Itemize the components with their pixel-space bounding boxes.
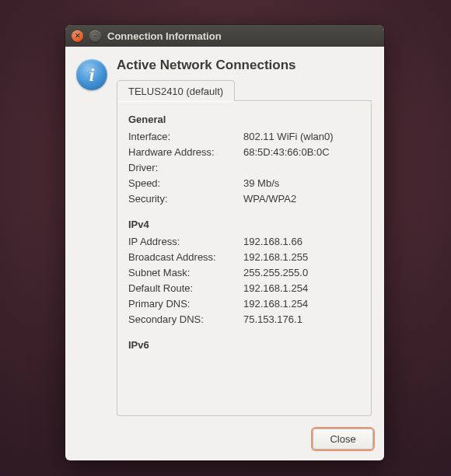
general-table: Interface:802.11 WiFi (wlan0) Hardware A… [128, 128, 360, 206]
kv-value: 192.168.1.66 [243, 233, 360, 249]
table-row: IP Address:192.168.1.66 [128, 233, 360, 249]
table-row: Primary DNS:192.168.1.254 [128, 296, 360, 311]
kv-value: 192.168.1.254 [243, 280, 360, 296]
section-ipv4-title: IPv4 [128, 219, 360, 230]
kv-value: 39 Mb/s [243, 175, 360, 191]
kv-value: 255.255.255.0 [243, 264, 360, 280]
tab-connection[interactable]: TELUS2410 (default) [117, 80, 235, 101]
table-row: Security:WPA/WPA2 [128, 191, 360, 206]
tabbar: TELUS2410 (default) [117, 79, 372, 101]
kv-value: 192.168.1.254 [243, 296, 360, 311]
main-column: Active Network Connections TELUS2410 (de… [117, 58, 372, 416]
connection-info-window: ✕ – Connection Information i Active Netw… [65, 25, 384, 460]
content-area: i Active Network Connections TELUS2410 (… [65, 47, 384, 422]
kv-value: 75.153.176.1 [243, 311, 360, 327]
section-ipv6-title: IPv6 [128, 339, 360, 351]
kv-value: WPA/WPA2 [243, 191, 360, 206]
kv-key: Driver: [128, 159, 243, 175]
titlebar[interactable]: ✕ – Connection Information [65, 25, 384, 47]
kv-key: Secondary DNS: [128, 311, 243, 327]
kv-value: 192.168.1.255 [243, 249, 360, 264]
table-row: Broadcast Address:192.168.1.255 [128, 249, 360, 264]
close-button[interactable]: Close [313, 429, 373, 450]
info-icon: i [76, 59, 107, 90]
table-row: Default Route:192.168.1.254 [128, 280, 360, 296]
table-row: Speed:39 Mb/s [128, 175, 360, 191]
kv-key: Hardware Address: [128, 144, 243, 159]
tab-pane: General Interface:802.11 WiFi (wlan0) Ha… [117, 101, 372, 416]
close-icon[interactable]: ✕ [72, 30, 83, 42]
ipv4-table: IP Address:192.168.1.66 Broadcast Addres… [128, 233, 360, 327]
table-row: Secondary DNS:75.153.176.1 [128, 311, 360, 327]
minimize-icon[interactable]: – [89, 30, 101, 42]
kv-value [243, 159, 360, 175]
kv-key: Primary DNS: [128, 296, 243, 311]
kv-key: Broadcast Address: [128, 249, 243, 264]
table-row: Subnet Mask:255.255.255.0 [128, 264, 360, 280]
kv-key: IP Address: [128, 233, 243, 249]
page-title: Active Network Connections [117, 58, 372, 73]
window-title: Connection Information [107, 30, 222, 42]
kv-key: Speed: [128, 175, 243, 191]
kv-key: Default Route: [128, 280, 243, 296]
table-row: Interface:802.11 WiFi (wlan0) [128, 128, 360, 144]
kv-key: Subnet Mask: [128, 264, 243, 280]
table-row: Driver: [128, 159, 360, 175]
kv-key: Interface: [128, 128, 243, 144]
kv-key: Security: [128, 191, 243, 206]
kv-value: 802.11 WiFi (wlan0) [243, 128, 360, 144]
section-general-title: General [128, 114, 360, 125]
footer: Close [65, 422, 384, 460]
kv-value: 68:5D:43:66:0B:0C [243, 144, 360, 159]
table-row: Hardware Address:68:5D:43:66:0B:0C [128, 144, 360, 159]
